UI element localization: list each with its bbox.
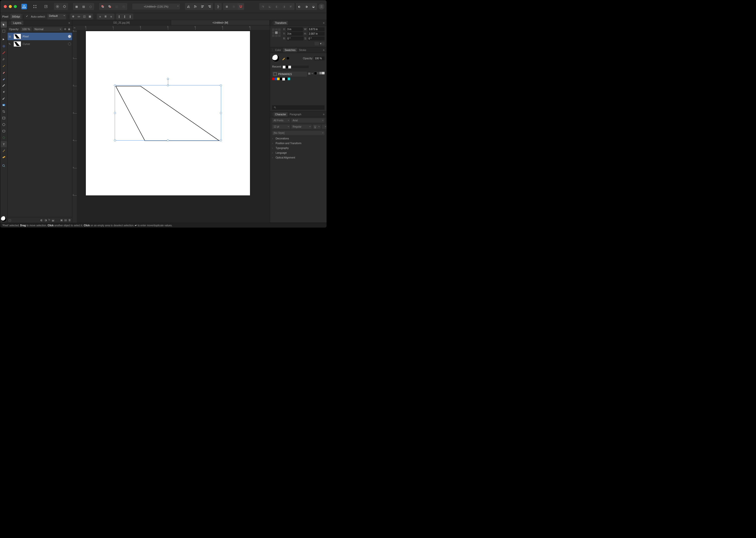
s-field[interactable]: 0 ° <box>308 37 324 40</box>
font-family-select[interactable]: Arial <box>291 118 324 123</box>
handle-e[interactable] <box>220 112 222 114</box>
tool-text[interactable]: T <box>1 141 7 147</box>
tab-paragraph[interactable]: Paragraph <box>288 112 303 117</box>
selection-bounds[interactable] <box>115 85 221 141</box>
layer-row-curve[interactable]: ✎ Curve <box>8 40 72 48</box>
tool-roundrect[interactable] <box>1 128 7 134</box>
section-language[interactable]: Language <box>270 150 327 155</box>
fx-layer-icon[interactable]: fx <box>48 219 50 222</box>
swatch-opacity-field[interactable]: 100 % <box>314 57 324 60</box>
close-window[interactable] <box>4 5 7 8</box>
group-layer-icon[interactable]: ▣ <box>60 219 63 222</box>
tool-ruler[interactable] <box>1 154 7 160</box>
tool-cog[interactable] <box>1 43 7 49</box>
underline-toggle[interactable]: U <box>313 125 321 129</box>
view-grid-icon[interactable]: ▦ <box>308 72 310 75</box>
bool-sub-icon[interactable]: ⬕ <box>267 4 273 10</box>
prefs-icon[interactable] <box>55 4 61 10</box>
section-typography[interactable]: Typography <box>270 146 327 150</box>
sel-grid-icon[interactable]: ▦ <box>87 14 93 19</box>
autoselect-mode-select[interactable]: Default <box>47 14 66 19</box>
anchor-grid[interactable] <box>272 28 281 37</box>
strike-toggle[interactable] <box>322 125 327 129</box>
ruler-horizontal[interactable]: 0 1 2 3 4 5 6 <box>77 26 270 30</box>
tool-blur[interactable] <box>1 82 7 88</box>
layer-visibility-toggle[interactable] <box>68 35 71 38</box>
op-3-icon[interactable]: ◒ <box>310 4 316 10</box>
ruler-origin[interactable]: in <box>72 26 77 30</box>
handle-sw[interactable] <box>114 139 116 141</box>
layer-lock-icon[interactable]: 🔒︎ <box>68 27 71 30</box>
tab-stroke[interactable]: Stroke <box>298 48 308 52</box>
tab-layers[interactable]: Layers <box>11 21 24 25</box>
flip-h-icon[interactable] <box>185 4 192 10</box>
tool-rect[interactable] <box>1 115 7 121</box>
grid2-icon[interactable]: ▨ <box>80 4 87 10</box>
tool-smudge[interactable] <box>1 89 7 95</box>
align-edge-icon[interactable]: ╠ <box>215 4 221 10</box>
bool-add-icon[interactable]: ⬔ <box>260 4 266 10</box>
tab-character[interactable]: Character <box>274 112 288 117</box>
account-icon[interactable] <box>318 4 324 10</box>
align-top-icon[interactable]: ‖ <box>117 14 122 19</box>
arrange-front-icon[interactable] <box>100 4 106 10</box>
section-optical[interactable]: Optical Alignment <box>270 155 327 160</box>
shade-swatches[interactable] <box>314 72 324 75</box>
zoom-window[interactable] <box>14 5 17 8</box>
section-position[interactable]: Position and Transform <box>270 141 327 146</box>
transform-sel-icon[interactable]: ▭ <box>76 14 81 19</box>
font-size-select[interactable]: 12 pt <box>272 125 290 129</box>
gear-icon[interactable] <box>62 4 68 10</box>
panel-grip-icon[interactable]: ⋮ <box>9 21 11 25</box>
tool-ellipse[interactable] <box>1 122 7 128</box>
link-toggle-icon[interactable] <box>314 42 319 45</box>
merge-layer-icon[interactable]: ⬓ <box>52 219 54 222</box>
r-field[interactable]: 0 ° <box>287 37 304 40</box>
panel-menu-icon[interactable]: ≡ <box>68 21 71 25</box>
layer-row-pixel[interactable]: ▦ Pixel <box>8 33 72 40</box>
primary-palette[interactable] <box>272 78 324 81</box>
foreground-color-well[interactable] <box>272 55 280 62</box>
tool-blob[interactable] <box>1 134 7 141</box>
grid1-icon[interactable]: ▦ <box>73 4 79 10</box>
align-l-icon[interactable] <box>200 4 206 10</box>
bool-div-icon[interactable]: ◩ <box>288 4 294 10</box>
swatch-search[interactable]: 🔍︎ <box>272 105 324 110</box>
palette-select[interactable]: PRIMARIES <box>272 72 307 77</box>
handle-w[interactable] <box>114 112 116 114</box>
show-origin-icon[interactable]: ⊕ <box>71 14 76 19</box>
adjust-layer-icon[interactable]: ◑ <box>44 219 47 222</box>
handle-nw[interactable] <box>114 84 116 86</box>
tool-zoom[interactable] <box>1 163 7 169</box>
flip-v-icon[interactable] <box>193 4 199 10</box>
swatches-menu-icon[interactable]: ≡ <box>322 48 326 52</box>
tool-image[interactable] <box>1 102 7 108</box>
doctab-1[interactable]: DD_2E.jpg [M] <box>72 20 171 25</box>
layer-gear-icon[interactable]: ✻ <box>64 27 66 31</box>
grid3-icon[interactable]: ◌ <box>88 4 94 10</box>
font-weight-select[interactable]: Regular <box>291 125 312 129</box>
layers-filter-icon[interactable]: ▢ <box>9 219 11 222</box>
tab-transform[interactable]: Transform <box>274 21 288 25</box>
opacity-value[interactable]: 100 % <box>21 27 31 31</box>
align-left-icon[interactable]: ≡ <box>97 14 103 19</box>
bool-int-icon[interactable]: ◧ <box>274 4 280 10</box>
tool-crop[interactable] <box>1 109 7 115</box>
minimize-window[interactable] <box>9 5 12 8</box>
char-style-select[interactable]: [No Style] <box>272 131 324 135</box>
character-menu-icon[interactable]: ≡ <box>322 112 326 116</box>
transform-menu-icon[interactable]: ≡ <box>322 21 326 25</box>
open-doc-icon[interactable] <box>43 4 49 10</box>
blend-mode-select[interactable]: Normal <box>33 27 63 31</box>
more-toggle-icon[interactable]: ▾ <box>320 42 324 45</box>
tool-brush2[interactable] <box>1 76 7 82</box>
handle-ne[interactable] <box>220 84 222 86</box>
tool-line[interactable] <box>1 50 7 56</box>
op-1-icon[interactable]: ◐ <box>297 4 303 10</box>
align-hcenter-icon[interactable]: ≣ <box>103 14 109 19</box>
tool-dodge[interactable] <box>1 95 7 101</box>
arrange-fwd-icon[interactable]: ◱ <box>114 4 120 10</box>
delete-layer-icon[interactable]: 🗑︎ <box>68 219 71 222</box>
align-right-icon[interactable]: ≡ <box>109 14 114 19</box>
align-r-icon[interactable] <box>207 4 213 10</box>
